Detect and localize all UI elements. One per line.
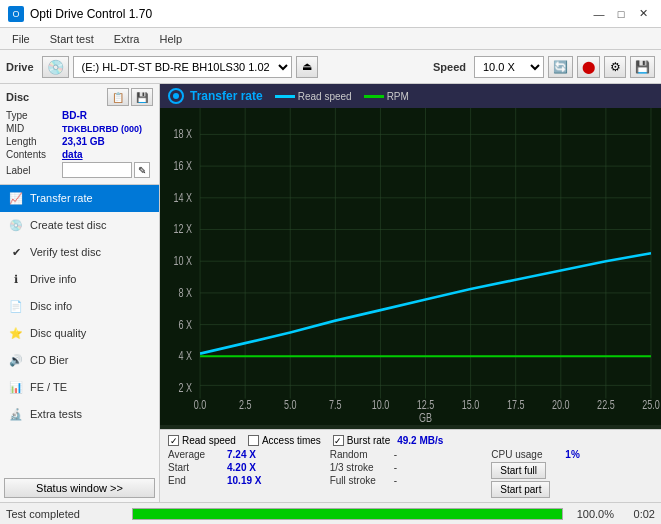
drive-icon-button[interactable]: 💿 (42, 56, 69, 78)
checkbox-burst-rate[interactable]: ✓ Burst rate 49.2 MB/s (333, 435, 444, 446)
nav-item-cd-bier[interactable]: 🔊 CD Bier (0, 347, 159, 374)
stats-start-part-row: Start part (491, 480, 653, 499)
svg-text:12.5: 12.5 (417, 398, 435, 412)
nav-label-extra-tests: Extra tests (30, 408, 82, 420)
save-button[interactable]: 💾 (630, 56, 655, 78)
svg-text:4 X: 4 X (179, 349, 193, 363)
start-part-button[interactable]: Start part (491, 481, 550, 498)
maximize-button[interactable]: □ (611, 5, 631, 23)
svg-text:8 X: 8 X (179, 286, 193, 300)
title-bar-controls: — □ ✕ (589, 5, 653, 23)
nav-item-fe-te[interactable]: 📊 FE / TE (0, 374, 159, 401)
svg-text:15.0: 15.0 (462, 398, 480, 412)
svg-text:20.0: 20.0 (552, 398, 570, 412)
chart-area: Transfer rate Read speed RPM (160, 84, 661, 429)
menu-bar: File Start test Extra Help (0, 28, 661, 50)
stats-end-row: End 10.19 X (168, 474, 330, 487)
svg-text:17.5: 17.5 (507, 398, 525, 412)
minimize-button[interactable]: — (589, 5, 609, 23)
svg-text:16 X: 16 X (174, 159, 193, 173)
stats-col-2: Random - 1/3 stroke - Full stroke - (330, 448, 492, 499)
progress-bar-fill (133, 509, 562, 519)
title-bar: O Opti Drive Control 1.70 — □ ✕ (0, 0, 661, 28)
menu-start-test[interactable]: Start test (42, 31, 102, 47)
main-content: Disc 📋 💾 Type BD-R MID TDKBLDRBD (000) L… (0, 84, 661, 502)
checkbox-access-times-box[interactable] (248, 435, 259, 446)
disc-mid-val: TDKBLDRBD (000) (62, 124, 142, 134)
chart-title: Transfer rate (190, 89, 263, 103)
stats-average-key: Average (168, 449, 223, 460)
stats-start-row: Start 4.20 X (168, 461, 330, 474)
svg-text:2 X: 2 X (179, 381, 193, 395)
write-button[interactable]: ⬤ (577, 56, 600, 78)
stats-full-stroke-key: Full stroke (330, 475, 390, 486)
disc-type-key: Type (6, 110, 62, 121)
disc-copy-button[interactable]: 📋 (107, 88, 129, 106)
nav-label-transfer-rate: Transfer rate (30, 192, 93, 204)
chart-svg: 2 X 4 X 6 X 8 X 10 X 12 X 14 X 16 X 18 X… (160, 108, 661, 425)
nav-item-verify-test-disc[interactable]: ✔ Verify test disc (0, 239, 159, 266)
legend-read-speed-color (275, 95, 295, 98)
disc-contents-val[interactable]: data (62, 149, 83, 160)
disc-label-btn[interactable]: ✎ (134, 162, 150, 178)
disc-label-input[interactable] (62, 162, 132, 178)
stats-checkboxes: ✓ Read speed Access times ✓ Burst rate 4… (168, 433, 653, 448)
nav-item-transfer-rate[interactable]: 📈 Transfer rate (0, 185, 159, 212)
menu-extra[interactable]: Extra (106, 31, 148, 47)
fe-te-icon: 📊 (8, 379, 24, 395)
legend-read-speed: Read speed (275, 91, 352, 102)
extra-tests-icon: 🔬 (8, 406, 24, 422)
progress-bar-container (132, 508, 563, 520)
drive-select[interactable]: (E:) HL-DT-ST BD-RE BH10LS30 1.02 (73, 56, 292, 78)
chart-icon (168, 88, 184, 104)
disc-label-key: Label (6, 165, 62, 176)
disc-mid-row: MID TDKBLDRBD (000) (6, 123, 153, 134)
nav-item-extra-tests[interactable]: 🔬 Extra tests (0, 401, 159, 428)
eject-button[interactable]: ⏏ (296, 56, 318, 78)
nav-item-disc-quality[interactable]: ⭐ Disc quality (0, 320, 159, 347)
status-window-button[interactable]: Status window >> (4, 478, 155, 498)
legend-rpm: RPM (364, 91, 409, 102)
status-time: 0:02 (620, 508, 655, 520)
nav-item-disc-info[interactable]: 📄 Disc info (0, 293, 159, 320)
stats-stroke-key: 1/3 stroke (330, 462, 390, 473)
close-button[interactable]: ✕ (633, 5, 653, 23)
start-full-button[interactable]: Start full (491, 462, 546, 479)
stats-average-val: 7.24 X (227, 449, 267, 460)
checkbox-access-times-label: Access times (262, 435, 321, 446)
app-title: Opti Drive Control 1.70 (30, 7, 152, 21)
nav-item-create-test-disc[interactable]: 💿 Create test disc (0, 212, 159, 239)
stats-start-full-row: Start full (491, 461, 653, 480)
nav-item-drive-info[interactable]: ℹ Drive info (0, 266, 159, 293)
stats-random-row: Random - (330, 448, 492, 461)
refresh-button[interactable]: 🔄 (548, 56, 573, 78)
checkbox-read-speed-box[interactable]: ✓ (168, 435, 179, 446)
svg-text:6 X: 6 X (179, 317, 193, 331)
legend-rpm-color (364, 95, 384, 98)
svg-text:12 X: 12 X (174, 222, 193, 236)
settings-button[interactable]: ⚙ (604, 56, 626, 78)
stats-cpu-val: 1% (565, 449, 595, 460)
disc-panel-header: Disc 📋 💾 (6, 88, 153, 106)
stats-random-key: Random (330, 449, 390, 460)
checkbox-read-speed[interactable]: ✓ Read speed (168, 435, 236, 446)
speed-select[interactable]: 10.0 X (474, 56, 544, 78)
checkbox-access-times[interactable]: Access times (248, 435, 321, 446)
nav-items: 📈 Transfer rate 💿 Create test disc ✔ Ver… (0, 185, 159, 428)
stats-start-key: Start (168, 462, 223, 473)
menu-file[interactable]: File (4, 31, 38, 47)
nav-label-disc-quality: Disc quality (30, 327, 86, 339)
svg-text:18 X: 18 X (174, 127, 193, 141)
menu-help[interactable]: Help (151, 31, 190, 47)
disc-contents-key: Contents (6, 149, 62, 160)
stats-average-row: Average 7.24 X (168, 448, 330, 461)
verify-test-disc-icon: ✔ (8, 244, 24, 260)
drive-label: Drive (6, 61, 34, 73)
svg-text:14 X: 14 X (174, 191, 193, 205)
disc-save-button[interactable]: 💾 (131, 88, 153, 106)
status-bar: Test completed 100.0% 0:02 (0, 502, 661, 524)
transfer-rate-icon: 📈 (8, 190, 24, 206)
checkbox-burst-rate-box[interactable]: ✓ (333, 435, 344, 446)
nav-label-verify-test-disc: Verify test disc (30, 246, 101, 258)
stats-full-stroke-val: - (394, 475, 424, 486)
